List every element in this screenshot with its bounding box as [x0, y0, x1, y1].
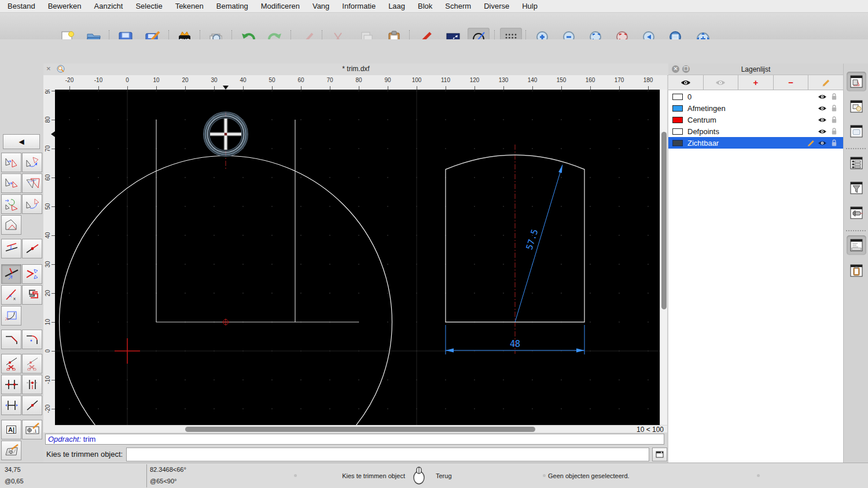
ruler-label: 40 [233, 77, 253, 83]
block-list-dock-icon[interactable] [847, 97, 866, 116]
command-detach-button[interactable] [652, 448, 667, 461]
edit-text-tool-button[interactable]: A| [1, 420, 21, 439]
selection-filter-dock-icon[interactable] [847, 178, 866, 198]
divide-tool-button[interactable] [1, 375, 21, 394]
edit-dimension-tool-button[interactable]: .1 [22, 420, 42, 439]
lengthen-tool-button[interactable]: x [1, 285, 21, 305]
vertical-scroll-thumb[interactable] [661, 132, 667, 309]
ruler-label: 120 [465, 77, 484, 83]
clip-rectangle-tool-button[interactable] [1, 306, 21, 326]
ruler-label: 170 [609, 77, 629, 83]
relative-coordinate: @0,65 [5, 478, 24, 485]
move-rotate-tool-button[interactable] [1, 194, 21, 214]
ruler-label: 10 [146, 77, 166, 83]
collapse-left-toolbar-button[interactable]: ◀ [3, 134, 40, 149]
menu-item-diverse[interactable]: Diverse [484, 2, 509, 10]
main-circle[interactable] [60, 156, 392, 426]
drawing-canvas[interactable]: 57.5 48 [55, 90, 660, 425]
trim-two-tool-button[interactable] [22, 264, 42, 284]
layer-lock-icon[interactable] [828, 116, 840, 124]
mirror-tool-button[interactable] [1, 173, 21, 193]
horizontal-scroll-thumb[interactable] [185, 427, 535, 432]
ruler-label: 10 [45, 313, 52, 331]
scale-tool-button[interactable] [22, 173, 42, 193]
menu-item-laag[interactable]: Laag [388, 2, 405, 10]
layer-visibility-icon[interactable] [816, 117, 828, 123]
horizontal-scrollbar[interactable]: 10 < 100 [55, 425, 667, 432]
command-input[interactable] [126, 448, 649, 461]
dock-toggle-strip [843, 64, 868, 463]
layer-lock-icon[interactable] [828, 127, 840, 135]
svg-text:48: 48 [510, 339, 520, 349]
menu-item-bemating[interactable]: Bemating [216, 2, 248, 10]
view-projection-dock-icon[interactable] [847, 203, 866, 223]
hide-all-layers-button[interactable] [704, 75, 739, 90]
offset-polyline-tool-button[interactable] [22, 285, 42, 305]
layer-edit-icon[interactable] [805, 139, 816, 147]
layer-visibility-icon[interactable] [816, 105, 828, 112]
layer-name: Afmetingen [687, 104, 726, 113]
ruler-label: 20 [45, 284, 52, 302]
layer-lock-icon[interactable] [828, 93, 840, 101]
rotate-tool-button[interactable] [22, 153, 42, 172]
split-tool-button[interactable] [22, 395, 42, 415]
cut-two-tool-button[interactable] [22, 354, 42, 374]
trim-tool-button[interactable] [1, 264, 21, 284]
library-browser-dock-icon[interactable] [847, 121, 866, 141]
menu-item-scherm[interactable]: Scherm [445, 2, 471, 10]
menu-item-selectie[interactable]: Selectie [135, 2, 162, 10]
ruler-label: 0 [117, 77, 137, 83]
layer-row-centrum[interactable]: Centrum [668, 114, 843, 125]
svg-text:x: x [13, 296, 16, 301]
menu-item-hulp[interactable]: Hulp [522, 2, 538, 10]
layer-row-defpoints[interactable]: Defpoints [668, 125, 843, 137]
ruler-label: 80 [45, 111, 52, 128]
menu-item-modificeren[interactable]: Modificeren [261, 2, 300, 10]
absolute-coordinate: 34,75 [5, 466, 21, 473]
layer-row-zichtbaar[interactable]: Zichtbaar [668, 137, 843, 149]
add-layer-button[interactable]: + [738, 75, 774, 90]
reshape-tool-button[interactable] [1, 215, 21, 235]
layer-color-swatch [672, 105, 683, 112]
ruler-corner [43, 75, 55, 90]
clipboard-dock-icon[interactable] [847, 261, 866, 280]
circle-center-marker [222, 319, 229, 326]
offset-tool-button[interactable] [1, 239, 21, 258]
divide-two-tool-button[interactable] [22, 375, 42, 394]
show-all-layers-button[interactable] [668, 75, 704, 90]
menu-item-vang[interactable]: Vang [312, 2, 329, 10]
layer-row-afmetingen[interactable]: Afmetingen [668, 102, 843, 114]
chamfer-tool-button[interactable] [1, 330, 21, 349]
break-tool-button[interactable] [22, 239, 42, 258]
layer-visibility-icon[interactable] [816, 94, 828, 100]
ruler-label: 0 [45, 342, 52, 360]
layer-color-swatch [672, 128, 683, 135]
edit-hatch-tool-button[interactable] [1, 441, 21, 460]
menu-item-bestand[interactable]: Bestand [8, 2, 35, 10]
menu-item-blok[interactable]: Blok [418, 2, 432, 10]
layer-lock-icon[interactable] [828, 104, 840, 112]
entity-list-dock-icon[interactable] [847, 153, 866, 173]
vertical-scrollbar[interactable] [660, 90, 667, 425]
menu-item-bewerken[interactable]: Bewerken [48, 2, 82, 10]
meta-grid [55, 90, 660, 425]
move-tool-button[interactable] [1, 153, 21, 172]
layer-visibility-icon[interactable] [816, 140, 828, 146]
layer-list-dock-icon[interactable] [847, 72, 866, 91]
layer-lock-icon[interactable] [828, 139, 840, 147]
cut-tool-button[interactable] [1, 354, 21, 374]
menu-item-aanzicht[interactable]: Aanzicht [94, 2, 123, 10]
remove-layer-button[interactable]: − [774, 75, 809, 90]
layer-visibility-icon[interactable] [816, 128, 828, 135]
ruler-label: 50 [45, 198, 52, 215]
left-mouse-hint: Kies te trimmen object [336, 472, 405, 479]
fillet-tool-button[interactable] [22, 330, 42, 349]
menu-item-informatie[interactable]: Informatie [342, 2, 376, 10]
stretch-tool-button[interactable] [1, 395, 21, 415]
command-line-dock-icon[interactable] [847, 235, 866, 255]
radius-dimension[interactable]: 57.5 [515, 165, 562, 322]
rotate-two-tool-button[interactable] [22, 194, 42, 214]
edit-layer-button[interactable] [808, 75, 843, 90]
layer-row-0[interactable]: 0 [668, 91, 843, 102]
menu-item-tekenen[interactable]: Tekenen [175, 2, 204, 10]
